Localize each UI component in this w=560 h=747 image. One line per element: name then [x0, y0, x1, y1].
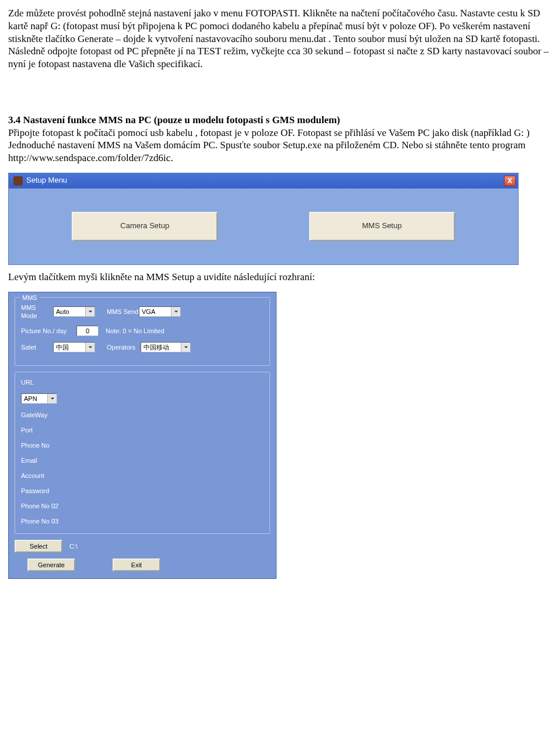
password-label: Password — [21, 487, 62, 495]
mms-panel-title: MMS — [20, 294, 40, 302]
paragraph-3: Levým tlačítkem myši klikněte na MMS Set… — [8, 271, 552, 284]
setup-titlebar: Setup Menu X — [9, 173, 518, 189]
setup-menu-window: Setup Menu X Camera Setup MMS Setup — [8, 173, 519, 265]
select-button[interactable]: Select — [15, 540, 62, 553]
account-label: Account — [21, 472, 62, 480]
chevron-down-icon — [47, 394, 57, 403]
picture-no-input[interactable]: 0 — [76, 326, 99, 336]
operators-label: Operators — [107, 343, 141, 351]
close-icon[interactable]: X — [504, 176, 516, 186]
path-value: C:\ — [69, 542, 78, 550]
picture-no-label: Picture No./ day — [21, 327, 76, 335]
chevron-down-icon — [171, 307, 180, 316]
section-3-4: 3.4 Nastavení funkce MMS na PC (pouze u … — [8, 114, 552, 165]
port-label: Port — [21, 426, 62, 434]
mms-send-label: MMS Send — [107, 308, 139, 316]
mms-mode-select[interactable]: Auto — [53, 306, 95, 317]
mms-mode-label: MMS Mode — [21, 303, 53, 320]
mms-send-value: VGA — [142, 308, 155, 316]
generate-button[interactable]: Generate — [27, 558, 75, 571]
mms-send-select[interactable]: VGA — [139, 306, 181, 317]
satet-value: 中国 — [56, 343, 69, 351]
gateway-label: GateWay — [21, 411, 62, 419]
satet-label: Satet — [21, 343, 53, 351]
mms-window: MMS MMS Mode Auto MMS Send VGA Picture N… — [8, 292, 276, 580]
section-3-4-text-b: Jednoduché nastavení MMS na Vašem domácí… — [8, 139, 526, 163]
picture-no-note: Note: 0 = No Limited — [106, 327, 164, 335]
operators-value: 中国移动 — [144, 343, 169, 351]
camera-setup-button[interactable]: Camera Setup — [72, 212, 218, 241]
picture-no-value: 0 — [86, 327, 89, 335]
phone-no-label: Phone No — [21, 441, 62, 449]
exit-button[interactable]: Exit — [113, 558, 160, 571]
mms-panel: MMS MMS Mode Auto MMS Send VGA Picture N… — [15, 297, 270, 366]
section-3-4-text-a: Připojte fotopast k počítači pomocí usb … — [8, 127, 530, 138]
paragraph-1: Zde můžete provést pohodlně stejná nasta… — [8, 7, 552, 71]
app-icon — [13, 176, 23, 186]
section-3-4-title: 3.4 Nastavení funkce MMS na PC (pouze u … — [8, 114, 340, 125]
mms-mode-value: Auto — [56, 308, 69, 316]
apn-value: APN — [24, 395, 37, 403]
chevron-down-icon — [181, 343, 190, 352]
mms-details-panel: URL APN GateWay Port Phone No Email Acco… — [15, 372, 270, 535]
setup-title: Setup Menu — [26, 176, 67, 186]
email-label: Email — [21, 456, 62, 465]
operators-select[interactable]: 中国移动 — [141, 342, 191, 352]
chevron-down-icon — [85, 307, 94, 316]
chevron-down-icon — [85, 343, 94, 352]
url-label: URL — [21, 378, 62, 386]
apn-select[interactable]: APN — [21, 393, 57, 404]
phone-no-02-label: Phone No 02 — [21, 502, 62, 510]
satet-select[interactable]: 中国 — [53, 342, 95, 352]
mms-setup-button[interactable]: MMS Setup — [309, 212, 455, 241]
phone-no-03-label: Phone No 03 — [21, 517, 62, 525]
